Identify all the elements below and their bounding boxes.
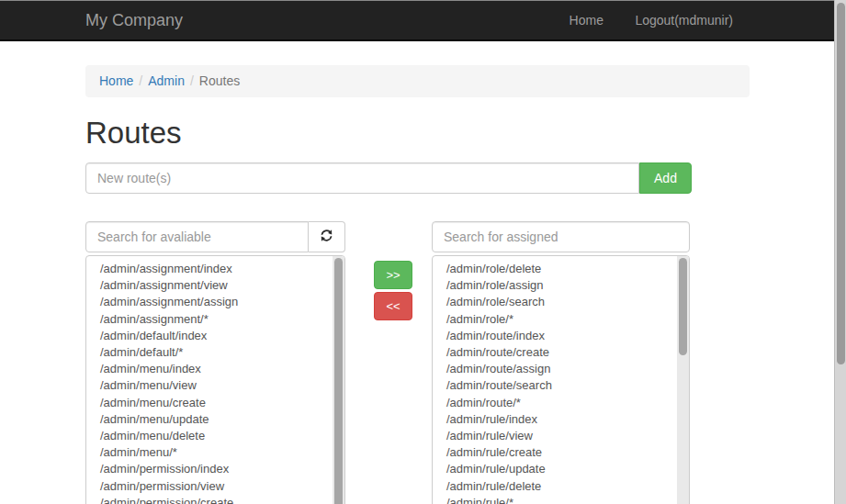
available-scroll-thumb[interactable]: [334, 258, 343, 504]
available-search-group: [85, 221, 345, 252]
route-item[interactable]: /admin/rule/index: [433, 411, 689, 428]
navbar-links: Home Logout(mdmunir): [556, 0, 747, 41]
route-item[interactable]: /admin/role/delete: [433, 261, 689, 277]
assigned-list[interactable]: /admin/role/delete/admin/role/assign/adm…: [432, 255, 690, 504]
route-item[interactable]: /admin/menu/update: [86, 411, 344, 428]
route-item[interactable]: /admin/role/search: [433, 294, 689, 310]
available-list-scrollbar[interactable]: [333, 256, 344, 504]
route-item[interactable]: /admin/role/assign: [433, 277, 689, 294]
route-item[interactable]: /admin/assignment/index: [86, 261, 344, 277]
window-scroll-thumb[interactable]: [837, 3, 845, 364]
route-item[interactable]: /admin/rule/delete: [433, 478, 689, 495]
window-scrollbar[interactable]: [834, 0, 846, 504]
route-item[interactable]: /admin/rule/create: [433, 444, 689, 461]
page-title: Routes: [85, 116, 182, 151]
route-item[interactable]: /admin/assignment/*: [86, 311, 344, 328]
breadcrumb-admin-link[interactable]: Admin: [148, 73, 185, 88]
navbar: My Company Home Logout(mdmunir): [0, 0, 834, 41]
available-list-items: /admin/assignment/index/admin/assignment…: [86, 256, 344, 504]
route-item[interactable]: /admin/route/create: [433, 344, 689, 361]
route-item[interactable]: /admin/menu/create: [86, 395, 344, 411]
breadcrumb-separator: /: [133, 73, 148, 88]
nav-home-link[interactable]: Home: [556, 0, 617, 41]
nav-logout-link[interactable]: Logout(mdmunir): [621, 0, 747, 41]
refresh-icon: [320, 229, 333, 245]
route-item[interactable]: /admin/rule/view: [433, 428, 689, 444]
remove-button[interactable]: <<: [374, 292, 412, 320]
assigned-scroll-thumb[interactable]: [679, 258, 687, 355]
route-item[interactable]: /admin/rule/*: [433, 495, 689, 504]
new-route-group: Add: [85, 162, 692, 194]
route-item[interactable]: /admin/role/*: [433, 311, 689, 328]
breadcrumb-home-link[interactable]: Home: [99, 73, 133, 88]
route-item[interactable]: /admin/menu/index: [86, 361, 344, 377]
route-item[interactable]: /admin/route/assign: [433, 361, 689, 377]
brand-link[interactable]: My Company: [85, 0, 183, 41]
route-item[interactable]: /admin/permission/view: [86, 478, 344, 495]
route-item[interactable]: /admin/menu/*: [86, 444, 344, 461]
route-item[interactable]: /admin/menu/view: [86, 377, 344, 394]
route-item[interactable]: /admin/assignment/view: [86, 277, 344, 294]
window-top-edge: [0, 0, 846, 1]
assigned-list-scrollbar[interactable]: [677, 256, 689, 504]
breadcrumb-separator: /: [185, 73, 199, 88]
route-item[interactable]: /admin/rule/update: [433, 461, 689, 477]
available-search-input[interactable]: [85, 221, 309, 252]
route-item[interactable]: /admin/default/*: [86, 344, 344, 361]
breadcrumb: Home/Admin/Routes: [85, 65, 750, 97]
route-item[interactable]: /admin/route/search: [433, 377, 689, 394]
new-route-input[interactable]: [85, 162, 639, 194]
assigned-list-items: /admin/role/delete/admin/role/assign/adm…: [433, 256, 689, 504]
available-list[interactable]: /admin/assignment/index/admin/assignment…: [85, 255, 345, 504]
assign-button[interactable]: >>: [374, 261, 412, 289]
route-item[interactable]: /admin/permission/create: [86, 495, 344, 504]
assigned-search-input[interactable]: [432, 221, 690, 252]
route-item[interactable]: /admin/menu/delete: [86, 428, 344, 444]
route-item[interactable]: /admin/default/index: [86, 328, 344, 344]
routes-admin-page: My Company Home Logout(mdmunir) Home/Adm…: [0, 0, 846, 504]
breadcrumb-current: Routes: [199, 73, 240, 88]
route-item[interactable]: /admin/permission/index: [86, 461, 344, 477]
route-item[interactable]: /admin/assignment/assign: [86, 294, 344, 310]
route-item[interactable]: /admin/route/index: [433, 328, 689, 344]
add-button[interactable]: Add: [639, 162, 692, 194]
refresh-button[interactable]: [309, 221, 345, 252]
route-item[interactable]: /admin/route/*: [433, 395, 689, 411]
